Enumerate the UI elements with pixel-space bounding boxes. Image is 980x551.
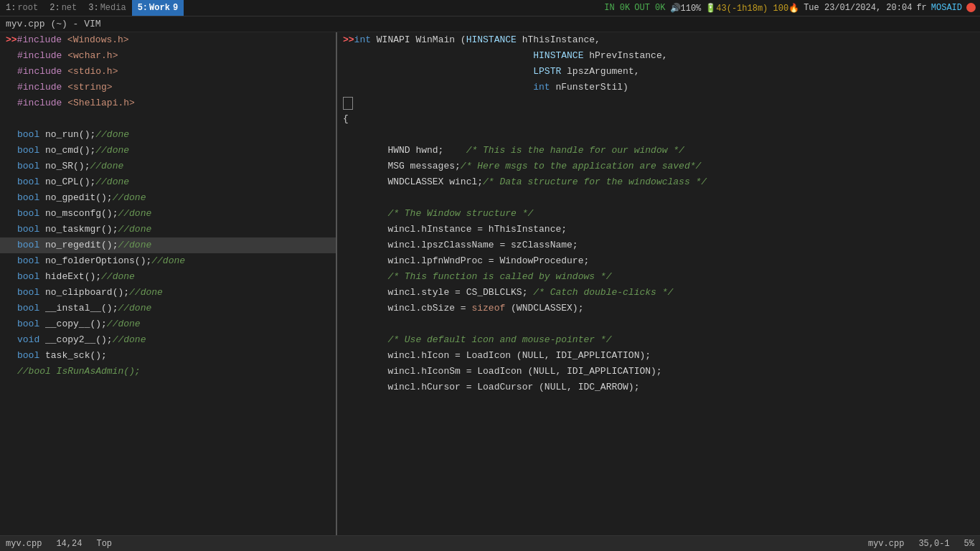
code-line: bool no_taskmgr();//done [0, 222, 336, 237]
code-line [337, 127, 980, 143]
tabbar: 1: root 2: net 3: Media 5: Work 9 IN 0K … [0, 0, 980, 17]
tab-net[interactable]: 2: net [44, 0, 83, 16]
statusbar-right: myv.cpp 35,0-1 5% [868, 539, 980, 549]
tab-work[interactable]: 5: Work 9 [132, 0, 184, 16]
code-line: void __copy2__();//done [0, 332, 336, 348]
tab-badge-work: 9 [173, 3, 178, 13]
status-in: IN 0K [604, 3, 630, 13]
code-line: bool no_gpedit();//done [0, 190, 336, 206]
code-line: wincl.hIconSm = LoadIcon (NULL, IDI_APPL… [337, 364, 980, 380]
tab-label-root: root [17, 3, 38, 13]
code-line: //bool IsRunAsAdmin(); [0, 364, 336, 380]
code-line: bool hideExt();//done [0, 269, 336, 285]
code-line: wincl.cbSize = sizeof (WNDCLASSEX); [337, 301, 980, 316]
code-line [337, 190, 980, 206]
code-line: wincl.hCursor = LoadCursor (NULL, IDC_AR… [337, 380, 980, 395]
code-line: #include <Shellapi.h> [0, 95, 336, 111]
titlebar: myv.cpp (~) - VIM [0, 17, 980, 32]
right-pane: >>int WINAPI WinMain (HINSTANCE hThisIns… [337, 32, 980, 535]
code-line: WNDCLASSEX wincl;/* Data structure for t… [337, 174, 980, 190]
code-line [0, 111, 336, 127]
code-line: bool no_clipboard();//done [0, 285, 336, 301]
pane-marker-left: >> [6, 32, 17, 48]
code-line: wincl.lpfnWndProc = WindowProcedure; [337, 253, 980, 269]
tab-num-2: 2: [50, 3, 60, 13]
code-line: HINSTANCE hPrevInstance, [337, 48, 980, 64]
tab-label-media: Media [100, 3, 126, 13]
code-line: MSG messages;/* Here msgs to the applica… [337, 159, 980, 174]
close-button[interactable] [966, 3, 976, 13]
tabbar-left: 1: root 2: net 3: Media 5: Work 9 [0, 0, 184, 16]
code-line: bool no_SR();//done [0, 159, 336, 174]
code-line: bool no_CPL();//done [0, 174, 336, 190]
code-line: LPSTR lpszArgument, [337, 64, 980, 80]
status-workspace: MOSAID [931, 3, 962, 13]
right-pct: 5% [964, 539, 974, 549]
code-line [337, 95, 980, 111]
tab-num-5: 5: [138, 3, 148, 13]
code-line: HWND hwnd; /* This is the handle for our… [337, 143, 980, 159]
code-line: bool no_cmd();//done [0, 143, 336, 159]
status-lang: fr [916, 3, 926, 13]
tab-num-3: 3: [88, 3, 98, 13]
code-line: >>#include <Windows.h> [0, 32, 336, 48]
left-top: Top [96, 539, 112, 549]
close-icon [966, 3, 976, 12]
tab-root[interactable]: 1: root [0, 0, 44, 16]
left-code-view: >>#include <Windows.h> #include <wchar.h… [0, 32, 336, 535]
code-line: /* The Window structure */ [337, 206, 980, 222]
right-pos: 35,0-1 [918, 539, 949, 549]
code-line: bool no_msconfg();//done [0, 206, 336, 222]
right-code-view: >>int WINAPI WinMain (HINSTANCE hThisIns… [337, 32, 980, 535]
code-line: bool __instal__();//done [0, 301, 336, 316]
code-line: bool task_sck(); [0, 348, 336, 364]
pp-keyword: #include [17, 32, 62, 48]
status-volume: 🔊110% [670, 3, 702, 14]
left-pos: 14,24 [56, 539, 82, 549]
code-line: /* This function is called by windows */ [337, 269, 980, 285]
scroll-indicator [343, 97, 353, 110]
editor-area: >>#include <Windows.h> #include <wchar.h… [0, 32, 980, 535]
tab-label-net: net [62, 3, 77, 13]
code-line: wincl.lpszClassName = szClassName; [337, 237, 980, 253]
code-line-highlighted: bool no_regedit();//done [0, 237, 336, 253]
title-text: myv.cpp (~) - VIM [6, 19, 101, 29]
code-line: /* Use default icon and mouse-pointer */ [337, 332, 980, 348]
tab-media[interactable]: 3: Media [83, 0, 131, 16]
tab-num-1: 1: [6, 3, 16, 13]
code-line: wincl.hIcon = LoadIcon (NULL, IDI_APPLIC… [337, 348, 980, 364]
code-line: wincl.style = CS_DBLCLKS; /* Catch doubl… [337, 285, 980, 301]
code-line: bool no_folderOptions();//done [0, 253, 336, 269]
code-line: wincl.hInstance = hThisInstance; [337, 222, 980, 237]
left-filename: myv.cpp [6, 539, 42, 549]
code-line [337, 316, 980, 332]
code-line: #include <stdio.h> [0, 64, 336, 80]
code-line: int nFunsterStil) [337, 80, 980, 95]
tab-label-work: Work [149, 3, 170, 13]
status-out: OUT 0K [634, 3, 665, 13]
code-line: { [337, 111, 980, 127]
tabbar-right: IN 0K OUT 0K 🔊110% 🔋43(-1h18m) 100🔥 Tue … [604, 3, 980, 14]
code-line: bool no_run();//done [0, 127, 336, 143]
code-line: #include <wchar.h> [0, 48, 336, 64]
status-time: Tue 23/01/2024, 20:04 [804, 3, 912, 13]
left-pane: >>#include <Windows.h> #include <wchar.h… [0, 32, 337, 535]
statusbar-left: myv.cpp 14,24 Top [0, 539, 868, 549]
code-line: #include <string> [0, 80, 336, 95]
statusbar: myv.cpp 14,24 Top myv.cpp 35,0-1 5% [0, 535, 980, 551]
right-filename: myv.cpp [868, 539, 904, 549]
code-line: bool __copy__();//done [0, 316, 336, 332]
code-line: >>int WINAPI WinMain (HINSTANCE hThisIns… [337, 32, 980, 48]
status-battery: 🔋43(-1h18m) 100🔥 [705, 3, 799, 14]
